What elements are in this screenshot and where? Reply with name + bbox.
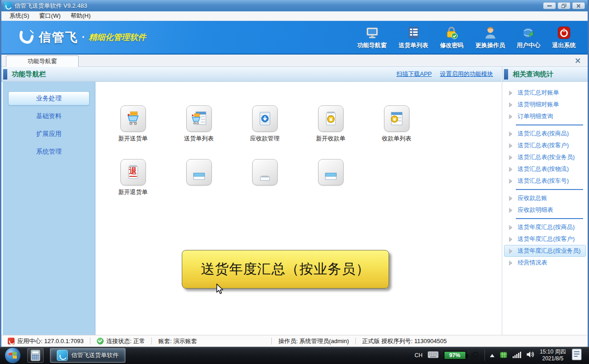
connection-ok-icon bbox=[97, 338, 104, 344]
window-coin-icon bbox=[384, 105, 409, 132]
cart-list-icon bbox=[186, 105, 212, 132]
power-icon bbox=[557, 25, 571, 40]
status-operator: 操作员: 系统管理员(admin) bbox=[272, 337, 355, 345]
query-item[interactable]: 经营情况表 bbox=[504, 257, 586, 269]
calculator-taskbar-button[interactable] bbox=[27, 348, 44, 363]
launcher-delivery-note-list[interactable]: 送货单列表 bbox=[166, 105, 232, 143]
globe-icon bbox=[521, 25, 536, 40]
battery-indicator[interactable]: 97% bbox=[444, 351, 466, 360]
query-item-selected[interactable]: 送货年度汇总(按业务员) bbox=[504, 245, 586, 257]
network-icon[interactable] bbox=[513, 351, 521, 360]
list-separator bbox=[516, 125, 583, 125]
tray-app-icon[interactable] bbox=[499, 350, 508, 360]
system-tray: CH 97% bbox=[414, 348, 589, 363]
status-bar: 应用中心: 127.0.0.1:7093 连接状态: 正常 账套: 演示账套 操… bbox=[1, 335, 588, 347]
query-item[interactable]: 送货汇总对账单 bbox=[504, 87, 586, 99]
tray-divider bbox=[484, 350, 485, 361]
sidebar-item-business[interactable]: 业务处理 bbox=[8, 91, 90, 105]
tab-strip: 功能导航窗 bbox=[1, 55, 588, 67]
toolbar-exit-button[interactable]: 退出系统 bbox=[552, 25, 576, 50]
query-item[interactable]: 订单明细查询 bbox=[504, 110, 586, 122]
taskbar-app-button[interactable]: 信管飞送货单软件 bbox=[50, 348, 125, 363]
minimize-button[interactable] bbox=[543, 2, 556, 9]
cart-icon bbox=[120, 105, 146, 132]
module-settings-link[interactable]: 设置启用的功能模块 bbox=[440, 70, 493, 78]
category-sidebar: 业务处理 基础资料 扩展应用 系统管理 bbox=[3, 82, 95, 335]
arrow-icon bbox=[509, 179, 512, 183]
launcher-hidden-item[interactable] bbox=[232, 159, 298, 196]
query-item[interactable]: 送货汇总表(按客户) bbox=[504, 140, 586, 151]
query-panel-header: 相关查询统计 bbox=[502, 67, 588, 82]
arrow-icon bbox=[509, 167, 512, 171]
arrow-icon bbox=[509, 155, 512, 160]
power-plug-icon bbox=[471, 351, 479, 360]
taskbar-clock[interactable]: 15:10 周四 2021/8/5 bbox=[540, 349, 566, 362]
monitor-icon bbox=[365, 25, 379, 40]
toolbar-nav-window-button[interactable]: 功能导航窗 bbox=[357, 25, 387, 50]
screen: 信管飞送货单软件 V9.2.483 系统(S) 窗口(W) 帮助(H) bbox=[0, 0, 589, 364]
keyboard-icon[interactable] bbox=[428, 351, 439, 360]
app-center-icon bbox=[8, 338, 15, 344]
tooltip-text: 送货年度汇总（按业务员） bbox=[201, 260, 370, 279]
launcher-new-return-note[interactable]: 退 新开退货单 bbox=[100, 159, 166, 196]
sidebar-item-basic-data[interactable]: 基础资料 bbox=[8, 109, 90, 123]
toolbar-user-center-button[interactable]: 用户中心 bbox=[517, 25, 540, 50]
arrow-icon bbox=[509, 225, 512, 229]
window-icon bbox=[186, 159, 212, 185]
list-separator bbox=[516, 218, 583, 219]
launcher-hidden-item[interactable] bbox=[298, 159, 364, 196]
query-item[interactable]: 送货汇总表(按业务员) bbox=[504, 151, 586, 163]
header-accent bbox=[504, 69, 508, 80]
tab-nav-window[interactable]: 功能导航窗 bbox=[6, 55, 79, 67]
sidebar-item-extensions[interactable]: 扩展应用 bbox=[8, 127, 90, 141]
user-icon bbox=[483, 25, 498, 40]
launcher-receivables-management[interactable]: 应收款管理 bbox=[232, 105, 298, 143]
tab-close-icon[interactable] bbox=[574, 57, 581, 64]
menu-help[interactable]: 帮助(H) bbox=[66, 11, 95, 20]
launcher-new-delivery-note[interactable]: 新开送货单 bbox=[100, 105, 166, 143]
volume-icon[interactable] bbox=[526, 351, 535, 360]
toolbar-delivery-list-button[interactable]: 送货单列表 bbox=[399, 25, 428, 50]
list-separator bbox=[516, 189, 583, 190]
arrow-icon bbox=[509, 90, 512, 95]
toolbar-switch-operator-button[interactable]: 更换操作员 bbox=[475, 25, 505, 50]
query-item[interactable]: 送货汇总表(按车号) bbox=[504, 175, 586, 187]
query-item[interactable]: 送货明细对账单 bbox=[504, 99, 586, 110]
toolbar-change-password-button[interactable]: 修改密码 bbox=[440, 25, 464, 50]
arrow-icon bbox=[509, 260, 512, 265]
launcher-new-receipt[interactable]: 新开收款单 bbox=[298, 105, 364, 143]
menu-bar: 系统(S) 窗口(W) 帮助(H) bbox=[1, 11, 588, 21]
close-button[interactable] bbox=[572, 2, 585, 9]
menu-window[interactable]: 窗口(W) bbox=[35, 11, 65, 20]
query-panel-title: 相关查询统计 bbox=[513, 70, 554, 79]
nav-panel-header: 功能导航栏 扫描下载APP 设置启用的功能模块 bbox=[1, 67, 501, 82]
restore-button[interactable] bbox=[558, 2, 570, 9]
lock-icon bbox=[444, 25, 459, 40]
query-item[interactable]: 应收款明细表 bbox=[504, 204, 586, 216]
sidebar-item-system[interactable]: 系统管理 bbox=[8, 145, 90, 159]
language-indicator[interactable]: CH bbox=[414, 352, 422, 359]
notepad-download-icon bbox=[252, 105, 278, 132]
app-window: 信管飞送货单软件 V9.2.483 系统(S) 窗口(W) 帮助(H) bbox=[0, 0, 589, 347]
launcher-grid: 新开送货单 bbox=[100, 82, 500, 335]
query-item[interactable]: 送货汇总表(按物流) bbox=[504, 163, 586, 175]
title-bar: 信管飞送货单软件 V9.2.483 bbox=[1, 0, 588, 11]
launcher-receipt-list[interactable]: 收款单列表 bbox=[364, 105, 429, 143]
notepad-coin-icon bbox=[318, 105, 344, 132]
notepad-icon bbox=[252, 159, 278, 185]
menu-system[interactable]: 系统(S) bbox=[5, 11, 34, 20]
nav-panel-title: 功能导航栏 bbox=[12, 70, 46, 79]
launcher-hidden-item[interactable] bbox=[166, 159, 232, 196]
query-item[interactable]: 送货年度汇总(按商品) bbox=[504, 221, 586, 233]
arrow-icon bbox=[509, 114, 512, 119]
show-hidden-icons[interactable] bbox=[490, 354, 494, 357]
action-center-icon[interactable] bbox=[571, 348, 583, 363]
query-item[interactable]: 应收款总账 bbox=[504, 192, 586, 204]
download-app-link[interactable]: 扫描下载APP bbox=[396, 70, 432, 78]
query-item[interactable]: 送货年度汇总(按客户) bbox=[504, 233, 586, 245]
app-logo-icon bbox=[4, 2, 12, 10]
content-area: 业务处理 基础资料 扩展应用 系统管理 bbox=[1, 82, 588, 335]
query-item[interactable]: 送货汇总表(按商品) bbox=[504, 128, 586, 140]
start-button[interactable] bbox=[5, 347, 21, 364]
mouse-cursor bbox=[216, 284, 224, 296]
